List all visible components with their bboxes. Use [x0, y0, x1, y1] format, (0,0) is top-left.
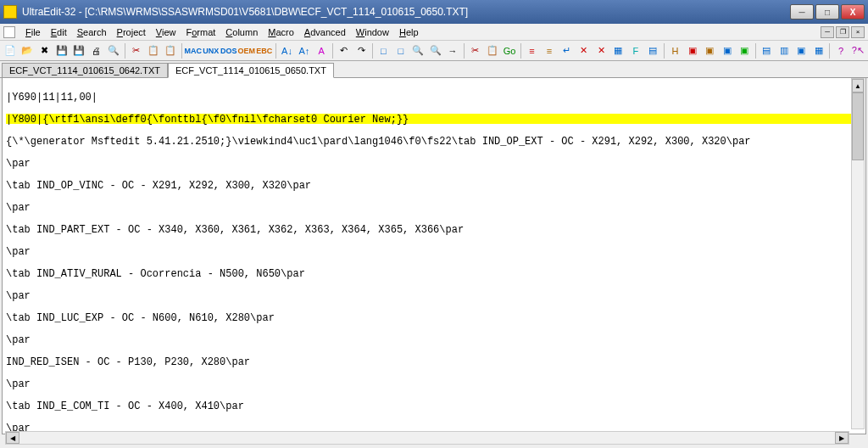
tab-file-1[interactable]: ECF_VCT_1114_010615_0650.TXT [168, 63, 334, 78]
menu-advanced[interactable]: Advanced [299, 25, 351, 39]
toggle-case-icon[interactable]: F [627, 42, 643, 59]
block-icon[interactable]: ▦ [610, 42, 626, 59]
editor-line: \tab IND_ATIV_RURAL - Ocorrencia - N500,… [6, 268, 862, 278]
save-icon[interactable]: 💾 [53, 42, 70, 59]
mdi-close-button[interactable]: × [851, 26, 865, 38]
bookmark-next-icon[interactable]: □ [392, 42, 409, 59]
menu-window[interactable]: Window [351, 25, 394, 39]
window-title: UltraEdit-32 - [C:\RMS\WRMS\SSASWRMSD01\… [22, 6, 790, 18]
delete-line-icon[interactable]: ✕ [576, 42, 592, 59]
ebc-tool-icon[interactable]: EBC [256, 42, 273, 59]
separator [829, 43, 830, 59]
vertical-scrollbar[interactable]: ▲ [851, 78, 865, 429]
scroll-left-icon[interactable]: ◀ [6, 432, 19, 444]
minimize-button[interactable]: ─ [790, 4, 814, 20]
editor-line: |Y690|11|11,00| [6, 92, 862, 102]
copy-icon[interactable]: 📋 [145, 42, 161, 59]
save-all-icon[interactable]: 💾 [71, 42, 87, 59]
tile-horiz-icon[interactable]: ▤ [759, 42, 775, 59]
arrange-icon[interactable]: ▦ [810, 42, 826, 59]
close-file-icon[interactable]: ✖ [36, 42, 53, 59]
tile-vert-icon[interactable]: ▥ [776, 42, 792, 59]
separator [755, 43, 756, 59]
menu-edit[interactable]: Edit [46, 25, 72, 39]
separator [181, 43, 182, 59]
print-icon[interactable]: 🖨 [88, 42, 104, 59]
scroll-up-icon[interactable]: ▲ [852, 79, 864, 92]
find-icon[interactable]: 🔍 [409, 42, 426, 59]
scroll-track[interactable] [19, 432, 835, 444]
menu-column[interactable]: Column [220, 25, 263, 39]
replace-icon[interactable]: 🔍 [427, 42, 443, 59]
goto-icon[interactable]: Go [501, 42, 517, 59]
close-button[interactable]: X [841, 4, 865, 20]
mac-tool-icon[interactable]: MAC [185, 42, 202, 59]
tool2-icon[interactable]: ▣ [702, 42, 718, 59]
mdi-controls: ─ ❐ × [821, 26, 865, 38]
separator [464, 43, 465, 59]
new-file-icon[interactable]: 📄 [2, 42, 18, 59]
hex-icon[interactable]: H [667, 42, 683, 59]
horizontal-scrollbar[interactable]: ◀ ▶ [5, 431, 849, 445]
menu-file[interactable]: File [20, 25, 46, 39]
copy-alt-icon[interactable]: 📋 [484, 42, 500, 59]
editor-line: \tab IND_LUC_EXP - OC - N600, N610, X280… [6, 312, 862, 322]
tool4-icon[interactable]: ▣ [736, 42, 752, 59]
oem-tool-icon[interactable]: OEM [238, 42, 255, 59]
trim-trailing-icon[interactable]: ✕ [593, 42, 609, 59]
editor-line: \par [6, 378, 862, 389]
editor-line: \par [6, 202, 862, 212]
sort-desc-icon[interactable]: A↑ [296, 42, 312, 59]
align-right-icon[interactable]: ≡ [541, 42, 557, 59]
paste-icon[interactable]: 📋 [162, 42, 178, 59]
separator [372, 43, 373, 59]
tool3-icon[interactable]: ▣ [719, 42, 735, 59]
column-icon[interactable]: ▤ [645, 42, 661, 59]
maximize-button[interactable]: □ [815, 4, 839, 20]
sort-asc-icon[interactable]: A↓ [279, 42, 295, 59]
mdi-restore-button[interactable]: ❐ [836, 26, 849, 38]
separator [125, 43, 125, 59]
window-controls: ─ □ X [790, 4, 865, 20]
align-left-icon[interactable]: ≡ [524, 42, 540, 59]
menu-macro[interactable]: Macro [263, 25, 299, 39]
context-help-icon[interactable]: ?↖ [850, 42, 866, 59]
open-file-icon[interactable]: 📂 [19, 42, 35, 59]
toolbar: 📄 📂 ✖ 💾 💾 🖨 🔍 ✂ 📋 📋 MAC UNX DOS OEM EBC … [0, 41, 868, 61]
menu-help[interactable]: Help [394, 25, 424, 39]
editor-line: \tab IND_OP_VINC - OC - X291, X292, X300… [6, 180, 862, 190]
word-wrap-icon[interactable]: ↵ [559, 42, 575, 59]
format-icon[interactable]: A [314, 42, 330, 59]
editor-line: \par [6, 334, 862, 344]
undo-icon[interactable]: ↶ [336, 42, 352, 59]
find-next-icon[interactable]: → [444, 42, 460, 59]
menu-view[interactable]: View [151, 25, 181, 39]
cascade-icon[interactable]: ▣ [793, 42, 810, 59]
cut-icon[interactable]: ✂ [128, 42, 144, 59]
document-tabs: ECF_VCT_1114_010615_0642.TXT ECF_VCT_111… [0, 61, 868, 78]
print-preview-icon[interactable]: 🔍 [105, 42, 121, 59]
editor-line: \par [6, 290, 862, 300]
tool1-icon[interactable]: ▣ [684, 42, 700, 59]
separator [275, 43, 276, 59]
separator [332, 43, 333, 59]
help-icon[interactable]: ? [832, 42, 849, 59]
bookmark-icon[interactable]: □ [376, 42, 392, 59]
redo-icon[interactable]: ↷ [353, 42, 369, 59]
separator [520, 43, 521, 59]
menu-bar: File Edit Search Project View Format Col… [0, 24, 868, 41]
menu-format[interactable]: Format [181, 25, 221, 39]
cut-alt-icon[interactable]: ✂ [467, 42, 483, 59]
mdi-minimize-button[interactable]: ─ [821, 26, 834, 38]
scroll-right-icon[interactable]: ▶ [835, 432, 849, 444]
menu-search[interactable]: Search [72, 25, 112, 39]
editor-line: IND_RED_ISEN - OC - P130, P230, X280\par [6, 356, 862, 367]
tab-file-0[interactable]: ECF_VCT_1114_010615_0642.TXT [2, 63, 168, 77]
editor-line: \tab IND_PART_EXT - OC - X340, X360, X36… [6, 224, 862, 234]
text-editor[interactable]: |Y690|11|11,00| |Y800|{\rtf1\ansi\deff0{… [2, 78, 866, 434]
unix-tool-icon[interactable]: UNX [203, 42, 220, 59]
editor-line: \par [6, 158, 862, 168]
scroll-thumb[interactable] [852, 92, 864, 160]
dos-tool-icon[interactable]: DOS [220, 42, 237, 59]
menu-project[interactable]: Project [112, 25, 151, 39]
